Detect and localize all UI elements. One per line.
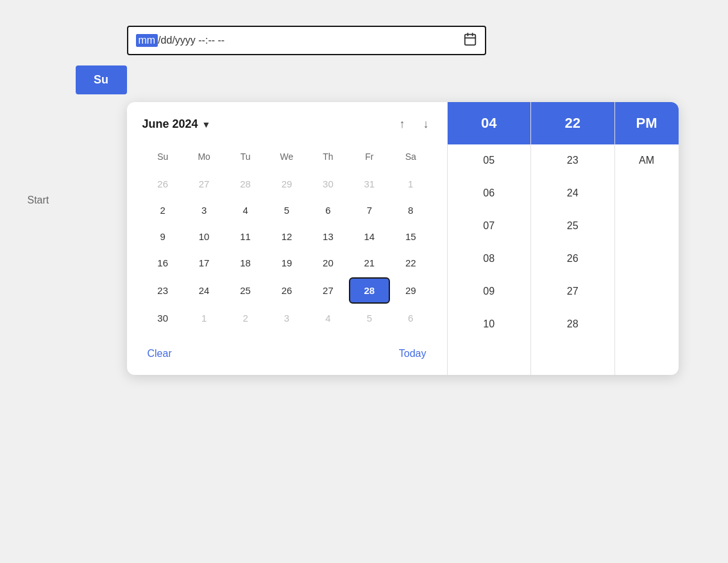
min-24[interactable]: 24 [531, 177, 614, 210]
calendar-day-1[interactable]: 1 [183, 306, 224, 330]
minutes-column: 22 23 24 25 26 27 28 [530, 102, 614, 375]
ampm-column: PM AM [614, 102, 679, 375]
calendar-day-5[interactable]: 5 [266, 198, 307, 222]
day-header-mo: Mo [183, 146, 224, 167]
time-section: 04 05 06 07 08 09 10 22 23 24 25 26 27 2… [448, 102, 679, 375]
calendar-day-12[interactable]: 12 [266, 225, 307, 248]
calendar-day-30[interactable]: 30 [142, 306, 183, 330]
day-header-th: Th [307, 146, 348, 167]
min-23[interactable]: 23 [531, 144, 614, 177]
date-input[interactable]: mm /dd/yyyy --:-- -- [127, 26, 486, 55]
calendar-day-29[interactable]: 29 [266, 172, 307, 196]
nav-arrows: ↑ ↓ [397, 115, 432, 134]
day-headers: Su Mo Tu We Th Fr Sa [142, 146, 432, 167]
calendar-day-7[interactable]: 7 [349, 198, 390, 222]
calendar-day-3[interactable]: 3 [266, 306, 307, 330]
calendar-section: June 2024 ▼ ↑ ↓ Su Mo Tu We Th Fr Sa [127, 102, 448, 375]
calendar-day-1[interactable]: 1 [390, 172, 431, 196]
calendar-day-16[interactable]: 16 [142, 251, 183, 275]
chevron-down-icon: ▼ [202, 119, 211, 130]
hour-10[interactable]: 10 [448, 308, 531, 341]
next-month-button[interactable]: ↓ [421, 115, 432, 134]
calendar-day-4[interactable]: 4 [224, 198, 266, 222]
calendar-day-9[interactable]: 9 [142, 225, 183, 248]
calendar-day-31[interactable]: 31 [349, 172, 390, 196]
clear-button[interactable]: Clear [142, 345, 177, 362]
mm-segment[interactable]: mm [136, 34, 158, 47]
day-header-tu: Tu [224, 146, 266, 167]
calendar-days: 2627282930311234567891011121314151617181… [142, 172, 432, 330]
calendar-day-4[interactable]: 4 [307, 306, 348, 330]
svg-rect-0 [464, 35, 475, 45]
day-header-fr: Fr [349, 146, 390, 167]
calendar-day-25[interactable]: 25 [224, 277, 266, 304]
calendar-day-28[interactable]: 28 [224, 172, 266, 196]
calendar-day-5[interactable]: 5 [349, 306, 390, 330]
day-header-we: We [266, 146, 307, 167]
calendar-day-14[interactable]: 14 [349, 225, 390, 248]
su-button[interactable]: Su [76, 65, 127, 94]
calendar-day-24[interactable]: 24 [183, 277, 224, 304]
month-year-label: June 2024 [142, 117, 198, 131]
calendar-icon[interactable] [463, 32, 477, 49]
calendar-day-15[interactable]: 15 [390, 225, 431, 248]
start-label: Start [28, 195, 49, 206]
calendar-day-18[interactable]: 18 [224, 251, 266, 275]
page-container: Start mm /dd/yyyy --:-- -- Su [76, 26, 653, 375]
calendar-day-2[interactable]: 2 [142, 198, 183, 222]
hours-column: 04 05 06 07 08 09 10 [448, 102, 531, 375]
min-26[interactable]: 26 [531, 243, 614, 275]
calendar-day-26[interactable]: 26 [266, 277, 307, 304]
prev-month-button[interactable]: ↑ [397, 115, 408, 134]
calendar-day-27[interactable]: 27 [307, 277, 348, 304]
calendar-day-6[interactable]: 6 [390, 306, 431, 330]
period-am[interactable]: AM [615, 144, 679, 177]
hours-selected[interactable]: 04 [448, 102, 531, 144]
calendar-day-17[interactable]: 17 [183, 251, 224, 275]
calendar-footer: Clear Today [142, 335, 432, 362]
datepicker-popup: June 2024 ▼ ↑ ↓ Su Mo Tu We Th Fr Sa [127, 102, 679, 375]
hour-06[interactable]: 06 [448, 177, 531, 210]
calendar-day-2[interactable]: 2 [224, 306, 266, 330]
calendar-day-11[interactable]: 11 [224, 225, 266, 248]
hour-05[interactable]: 05 [448, 144, 531, 177]
date-rest: /dd/yyyy --:-- -- [158, 35, 224, 46]
calendar-day-26[interactable]: 26 [142, 172, 183, 196]
calendar-day-13[interactable]: 13 [307, 225, 348, 248]
calendar-day-28[interactable]: 28 [349, 277, 390, 304]
calendar-day-8[interactable]: 8 [390, 198, 431, 222]
time-columns: 04 05 06 07 08 09 10 22 23 24 25 26 27 2… [448, 102, 679, 375]
calendar-day-21[interactable]: 21 [349, 251, 390, 275]
calendar-day-22[interactable]: 22 [390, 251, 431, 275]
hour-07[interactable]: 07 [448, 210, 531, 243]
today-button[interactable]: Today [394, 345, 432, 362]
calendar-day-10[interactable]: 10 [183, 225, 224, 248]
day-header-su: Su [142, 146, 183, 167]
min-25[interactable]: 25 [531, 210, 614, 243]
calendar-day-6[interactable]: 6 [307, 198, 348, 222]
period-selected[interactable]: PM [615, 102, 679, 144]
min-28[interactable]: 28 [531, 308, 614, 341]
calendar-day-19[interactable]: 19 [266, 251, 307, 275]
date-input-wrapper: mm /dd/yyyy --:-- -- [127, 26, 486, 55]
calendar-day-20[interactable]: 20 [307, 251, 348, 275]
calendar-day-23[interactable]: 23 [142, 277, 183, 304]
calendar-day-3[interactable]: 3 [183, 198, 224, 222]
hour-08[interactable]: 08 [448, 243, 531, 275]
hour-09[interactable]: 09 [448, 275, 531, 308]
calendar-header: June 2024 ▼ ↑ ↓ [142, 115, 432, 134]
month-year-button[interactable]: June 2024 ▼ [142, 117, 211, 131]
calendar-day-27[interactable]: 27 [183, 172, 224, 196]
calendar-grid: Su Mo Tu We Th Fr Sa 2627282930311234567… [142, 146, 432, 330]
calendar-day-29[interactable]: 29 [390, 277, 431, 304]
min-27[interactable]: 27 [531, 275, 614, 308]
day-header-sa: Sa [390, 146, 431, 167]
calendar-day-30[interactable]: 30 [307, 172, 348, 196]
minutes-selected[interactable]: 22 [531, 102, 614, 144]
